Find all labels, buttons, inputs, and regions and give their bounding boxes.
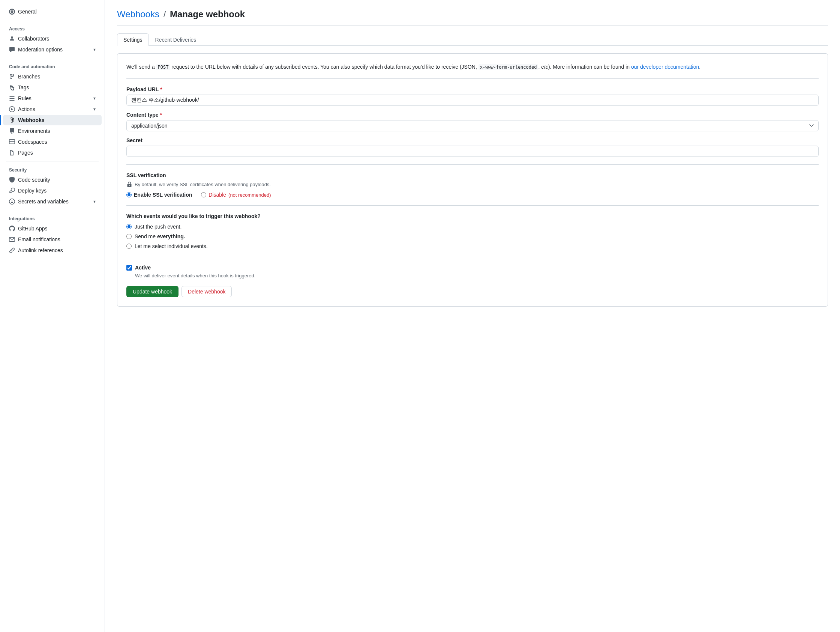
main-content: Webhooks / Manage webhook Settings Recen…: [105, 0, 840, 632]
delete-webhook-button[interactable]: Delete webhook: [182, 286, 232, 297]
dev-docs-link[interactable]: our developer documentation: [631, 64, 699, 70]
sidebar-section-code: Code and automation: [0, 61, 105, 71]
sidebar-divider-1: [6, 20, 99, 20]
events-title: Which events would you like to trigger t…: [126, 213, 819, 219]
event-individual-text: Let me select individual events.: [135, 243, 208, 249]
active-section: Active We will deliver event details whe…: [126, 265, 819, 279]
events-divider: [126, 257, 819, 257]
tabs: Settings Recent Deliveries: [117, 33, 828, 46]
breadcrumb-link[interactable]: Webhooks: [117, 9, 159, 19]
sidebar-divider-4: [6, 210, 99, 210]
payload-url-group: Payload URL *: [126, 86, 819, 106]
sidebar-item-codespaces[interactable]: Codespaces: [3, 136, 102, 147]
sidebar-item-general[interactable]: General: [3, 6, 102, 17]
event-everything-text: Send me everything.: [135, 233, 185, 239]
secret-icon: [9, 198, 15, 204]
events-section: Which events would you like to trigger t…: [126, 213, 819, 249]
sidebar-item-label: Environments: [18, 128, 50, 134]
sidebar-item-secrets[interactable]: Secrets and variables ▾: [3, 196, 102, 207]
codespaces-icon: [9, 139, 15, 145]
event-just-push-label[interactable]: Just the push event.: [126, 224, 819, 230]
sidebar-item-deploy-keys[interactable]: Deploy keys: [3, 185, 102, 196]
chevron-down-icon: ▾: [93, 106, 96, 112]
sidebar-item-label: Webhooks: [18, 117, 45, 123]
ssl-disable-radio-label[interactable]: Disable (not recommended): [201, 192, 271, 198]
sidebar-item-actions[interactable]: Actions ▾: [3, 104, 102, 114]
event-everything-label[interactable]: Send me everything.: [126, 233, 819, 239]
sidebar-item-tags[interactable]: Tags: [3, 82, 102, 93]
sidebar-item-webhooks[interactable]: Webhooks: [3, 115, 102, 125]
sidebar-section-security: Security: [0, 165, 105, 174]
ssl-enable-text: Enable SSL verification: [134, 192, 192, 198]
ssl-description: By default, we verify SSL certificates w…: [126, 181, 819, 187]
sidebar-item-collaborators[interactable]: Collaborators: [3, 33, 102, 44]
mail-icon: [9, 236, 15, 242]
active-checkbox-label[interactable]: Active: [126, 265, 819, 271]
ssl-disable-radio[interactable]: [201, 192, 206, 197]
link-icon: [9, 247, 15, 253]
required-marker-2: *: [160, 112, 162, 118]
active-checkbox[interactable]: [126, 265, 132, 271]
sidebar-item-label: Rules: [18, 95, 32, 101]
sidebar-item-rules[interactable]: Rules ▾: [3, 93, 102, 104]
ssl-divider: [126, 205, 819, 206]
env-icon: [9, 128, 15, 134]
ssl-not-recommended-text: (not recommended): [228, 192, 271, 198]
secret-group: Secret: [126, 137, 819, 157]
sidebar-item-label: Pages: [18, 150, 33, 156]
ssl-section: SSL verification By default, we verify S…: [126, 172, 819, 198]
chevron-down-icon: ▾: [93, 96, 96, 101]
sidebar-item-label: Email notifications: [18, 236, 60, 242]
event-individual-radio[interactable]: [126, 244, 132, 249]
chevron-down-icon: ▾: [93, 47, 96, 52]
sidebar-section-access: Access: [0, 23, 105, 33]
key-icon: [9, 188, 15, 194]
secret-input[interactable]: [126, 146, 819, 157]
sidebar: General Access Collaborators Moderation …: [0, 0, 105, 632]
tab-recent-deliveries[interactable]: Recent Deliveries: [149, 33, 203, 46]
comment-icon: [9, 46, 15, 52]
sidebar-item-pages[interactable]: Pages: [3, 147, 102, 158]
sidebar-general-label: General: [18, 9, 37, 15]
shield-icon: [9, 177, 15, 183]
sidebar-item-github-apps[interactable]: GitHub Apps: [3, 223, 102, 234]
branch-icon: [9, 74, 15, 79]
sidebar-item-label: Code security: [18, 177, 50, 183]
ssl-radio-group: Enable SSL verification Disable (not rec…: [126, 192, 819, 198]
ssl-enable-radio[interactable]: [126, 192, 132, 197]
sidebar-item-moderation[interactable]: Moderation options ▾: [3, 44, 102, 55]
update-webhook-button[interactable]: Update webhook: [126, 286, 178, 297]
content-type-select[interactable]: application/json application/x-www-form-…: [126, 120, 819, 131]
payload-url-input[interactable]: [126, 95, 819, 106]
ssl-enable-radio-label[interactable]: Enable SSL verification: [126, 192, 192, 198]
secret-label: Secret: [126, 137, 819, 143]
event-just-push-radio[interactable]: [126, 224, 132, 229]
sidebar-item-branches[interactable]: Branches: [3, 71, 102, 82]
rules-icon: [9, 95, 15, 101]
breadcrumb-current: Manage webhook: [170, 9, 245, 19]
payload-url-label: Payload URL *: [126, 86, 819, 92]
breadcrumb-separator: /: [164, 9, 166, 19]
chevron-down-icon: ▾: [93, 199, 96, 204]
event-individual-label[interactable]: Let me select individual events.: [126, 243, 819, 249]
sidebar-item-code-security[interactable]: Code security: [3, 174, 102, 185]
content-type-group: Content type * application/json applicat…: [126, 112, 819, 131]
sidebar-divider-3: [6, 161, 99, 162]
content-type-label: Content type *: [126, 112, 819, 118]
sidebar-item-email-notifications[interactable]: Email notifications: [3, 234, 102, 245]
sidebar-item-label: Moderation options: [18, 46, 63, 52]
sidebar-item-autolink[interactable]: Autolink references: [3, 245, 102, 256]
event-everything-radio[interactable]: [126, 234, 132, 239]
sidebar-item-environments[interactable]: Environments: [3, 126, 102, 136]
intro-text: We'll send a POST request to the URL bel…: [126, 63, 819, 71]
sidebar-item-label: Autolink references: [18, 247, 63, 253]
active-description: We will deliver event details when this …: [135, 273, 819, 279]
sidebar-item-label: Secrets and variables: [18, 198, 69, 204]
required-marker: *: [160, 86, 162, 92]
webhook-icon: [9, 117, 15, 123]
lock-icon: [126, 181, 133, 187]
sidebar-item-label: Branches: [18, 74, 40, 79]
sidebar-item-label: Codespaces: [18, 139, 47, 145]
app-icon: [9, 226, 15, 231]
tab-settings[interactable]: Settings: [117, 33, 149, 46]
